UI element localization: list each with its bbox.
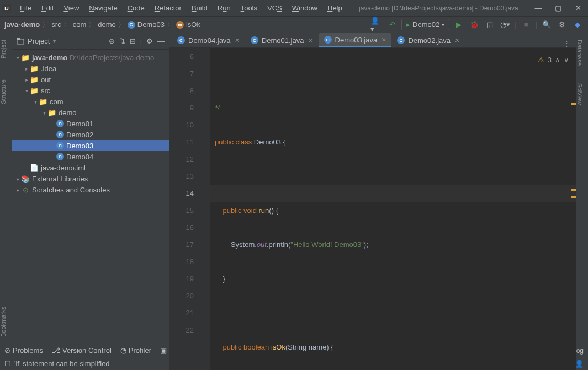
next-highlight-icon[interactable]: ∨ xyxy=(564,51,569,68)
tree-root[interactable]: ▾📁java-demo D:\IdeaProjects\java-demo xyxy=(12,52,169,63)
tab-demo02[interactable]: CDemo02.java× xyxy=(391,33,465,47)
select-open-file-icon[interactable]: ⊕ xyxy=(109,37,115,45)
tab-demo04[interactable]: CDemo04.java× xyxy=(172,33,245,47)
menu-help[interactable]: Help xyxy=(323,2,347,14)
tool-database[interactable]: Database xyxy=(576,37,588,68)
code-editor[interactable]: 678910111213141516171819202122 ⚠3∧∨ */ p… xyxy=(169,48,576,370)
close-button[interactable]: ✕ xyxy=(570,3,586,14)
crumb-demo[interactable]: demo xyxy=(98,20,116,29)
tree-external[interactable]: ▸📚External Libraries xyxy=(12,173,169,184)
navigation-bar: java-demo〉 src〉 com〉 demo〉 CDemo03〉 misO… xyxy=(0,17,588,33)
project-icon xyxy=(17,37,24,45)
error-stripe-marker[interactable] xyxy=(571,196,576,198)
debug-button[interactable]: 🐞 xyxy=(468,19,480,31)
add-user-icon[interactable]: 👤▾ xyxy=(370,19,383,31)
branch-icon: ⎇ xyxy=(52,346,60,355)
close-icon[interactable]: × xyxy=(382,35,386,44)
tree-src[interactable]: ▾📁src xyxy=(12,85,169,96)
prev-highlight-icon[interactable]: ∧ xyxy=(555,51,560,68)
minimize-button[interactable]: — xyxy=(531,3,546,14)
project-panel: Project ▾ ⊕ ⇅ ⊟ | ⚙ — ▾📁java-demo D:\Ide… xyxy=(12,33,169,344)
terminal-icon: ▣ xyxy=(160,346,167,355)
editor-area: CDemo04.java× CDemo01.java× CDemo03.java… xyxy=(169,33,576,344)
menu-refactor[interactable]: Refactor xyxy=(150,2,186,14)
close-icon[interactable]: × xyxy=(235,36,240,45)
tree-scratches[interactable]: ▸⊙Scratches and Consoles xyxy=(12,184,169,195)
hide-panel-icon[interactable]: — xyxy=(157,37,165,45)
tree-demo[interactable]: ▾📁demo xyxy=(12,107,169,118)
tab-demo01[interactable]: CDemo01.java× xyxy=(245,33,319,47)
close-icon[interactable]: × xyxy=(308,36,312,45)
menu-edit[interactable]: Edit xyxy=(37,2,58,14)
code-content[interactable]: ⚠3∧∨ */ public class Demo03 { public voi… xyxy=(210,48,576,370)
tree-demo04[interactable]: CDemo04 xyxy=(12,151,169,162)
tool-problems[interactable]: ⊘Problems xyxy=(4,346,43,355)
menu-run[interactable]: Run xyxy=(213,2,235,14)
maximize-button[interactable]: ▢ xyxy=(550,3,566,14)
breadcrumbs: java-demo〉 src〉 com〉 demo〉 CDemo03〉 misO… xyxy=(4,20,370,30)
menu-navigate[interactable]: Navigate xyxy=(84,2,121,14)
menu-view[interactable]: View xyxy=(59,2,83,14)
editor-tabs: CDemo04.java× CDemo01.java× CDemo03.java… xyxy=(169,33,576,48)
titlebar: IJ File Edit View Navigate Code Refactor… xyxy=(0,0,588,17)
crumb-com[interactable]: com xyxy=(73,20,87,29)
expand-all-icon[interactable]: ⇅ xyxy=(119,37,125,45)
menu-code[interactable]: Code xyxy=(123,2,149,14)
tree-iml[interactable]: 📄java-demo.iml xyxy=(12,162,169,173)
tree-com[interactable]: ▾📁com xyxy=(12,96,169,107)
error-stripe-marker[interactable] xyxy=(571,189,576,191)
close-icon[interactable]: × xyxy=(455,36,459,45)
settings-button[interactable]: ⚙ xyxy=(556,19,568,31)
line-gutter: 678910111213141516171819202122 xyxy=(169,48,202,370)
profile-button[interactable]: ◔▾ xyxy=(499,19,511,31)
tool-sciview[interactable]: SciView xyxy=(576,81,588,107)
search-button[interactable]: 🔍 xyxy=(541,19,553,31)
panel-settings-icon[interactable]: ⚙ xyxy=(146,37,153,45)
status-widget-icon[interactable]: 👤 xyxy=(575,360,584,368)
crumb-project[interactable]: java-demo xyxy=(4,20,40,29)
run-configuration[interactable]: ▸Demo02▾ xyxy=(401,19,449,30)
menu-file[interactable]: File xyxy=(15,2,36,14)
panel-title[interactable]: Project ▾ xyxy=(17,37,109,45)
run-button[interactable]: ▶ xyxy=(453,19,465,31)
tree-demo02[interactable]: CDemo02 xyxy=(12,129,169,140)
menu-vcs[interactable]: VCS xyxy=(263,2,287,14)
menu-window[interactable]: Window xyxy=(288,2,322,14)
status-icon[interactable]: ☐ xyxy=(4,360,11,368)
coverage-button[interactable]: ◱ xyxy=(484,19,496,31)
tabs-more-icon[interactable]: ⋮ xyxy=(558,39,576,47)
app-icon: IJ xyxy=(2,4,11,13)
tree-demo03[interactable]: CDemo03 xyxy=(12,140,169,151)
tree-out[interactable]: ▸📁out xyxy=(12,74,169,85)
svg-rect-1 xyxy=(17,38,20,40)
right-tool-gutter: Database SciView xyxy=(576,33,588,344)
left-tool-gutter: Project Structure Bookmarks xyxy=(0,33,12,344)
collapse-all-icon[interactable]: ⊟ xyxy=(130,37,136,45)
menu-tools[interactable]: Tools xyxy=(236,2,262,14)
tree-idea[interactable]: ▸📁.idea xyxy=(12,63,169,74)
inspection-summary[interactable]: ⚠3∧∨ xyxy=(538,51,569,68)
tool-vcs[interactable]: ⎇Version Control xyxy=(52,346,112,355)
tool-structure[interactable]: Structure xyxy=(0,77,7,106)
profiler-icon: ◔ xyxy=(120,346,126,355)
crumb-src[interactable]: src xyxy=(51,20,61,29)
stop-button[interactable]: ■ xyxy=(520,19,532,31)
window-title: java-demo [D:\IdeaProjects\java-demo] - … xyxy=(347,4,531,12)
back-arrow-icon[interactable]: ↶ xyxy=(386,19,398,31)
status-hint: 'if' statement can be simplified xyxy=(14,360,110,368)
crumb-method[interactable]: misOk xyxy=(176,20,200,29)
tab-demo03[interactable]: CDemo03.java× xyxy=(319,33,392,47)
tool-project[interactable]: Project xyxy=(0,37,7,61)
menu-build[interactable]: Build xyxy=(187,2,212,14)
crumb-class[interactable]: CDemo03 xyxy=(128,20,165,29)
project-tree: ▾📁java-demo D:\IdeaProjects\java-demo ▸📁… xyxy=(12,50,169,344)
tool-profiler[interactable]: ◔Profiler xyxy=(120,346,151,355)
fold-gutter xyxy=(202,48,210,370)
warning-icon: ⚠ xyxy=(538,51,544,68)
problems-icon: ⊘ xyxy=(4,346,10,355)
main-menu: File Edit View Navigate Code Refactor Bu… xyxy=(15,2,347,14)
plugin-icon[interactable]: ◆ xyxy=(571,19,584,31)
tool-bookmarks[interactable]: Bookmarks xyxy=(0,304,12,339)
tree-demo01[interactable]: CDemo01 xyxy=(12,118,169,129)
svg-rect-0 xyxy=(17,39,24,44)
